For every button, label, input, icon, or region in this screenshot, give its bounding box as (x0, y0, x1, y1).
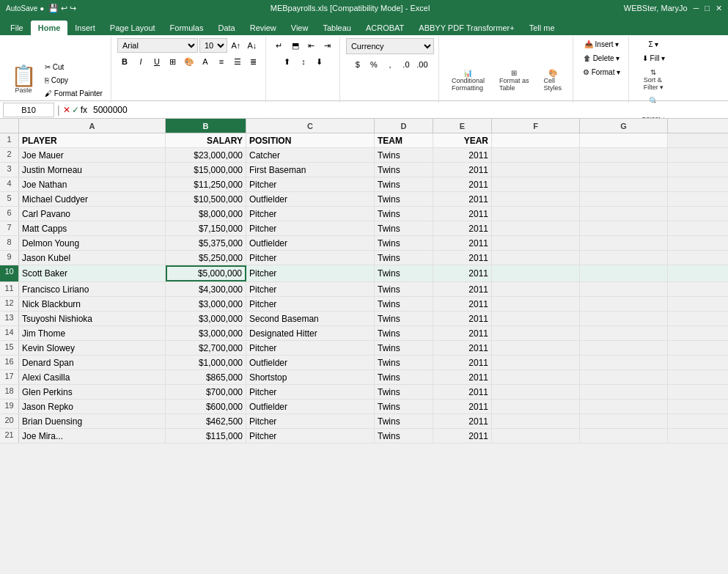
table-cell[interactable] (492, 400, 580, 413)
table-cell[interactable]: PLAYER (19, 133, 166, 147)
table-row[interactable]: 8Delmon Young$5,375,000OutfielderTwins20… (0, 236, 728, 251)
table-row[interactable]: 10Scott Baker$5,000,000PitcherTwins2011 (0, 265, 728, 282)
table-cell[interactable] (492, 133, 580, 147)
table-cell[interactable] (492, 385, 580, 399)
table-cell[interactable]: Nick Blackburn (19, 297, 166, 311)
table-cell[interactable]: Francisco Liriano (19, 282, 166, 296)
table-cell[interactable]: TEAM (375, 133, 433, 147)
table-cell[interactable]: $10,500,000 (166, 192, 246, 206)
table-row[interactable]: 18Glen Perkins$700,000PitcherTwins2011 (0, 385, 728, 400)
table-cell[interactable]: 2011 (433, 326, 492, 340)
table-cell[interactable]: Joe Nathan (19, 177, 166, 191)
table-cell[interactable]: 2011 (433, 429, 492, 443)
percent-btn[interactable]: % (367, 57, 381, 72)
cell-reference-box[interactable] (3, 103, 54, 117)
table-cell[interactable] (580, 192, 668, 206)
table-cell[interactable] (492, 177, 580, 191)
table-cell[interactable] (492, 370, 580, 384)
middle-align-btn[interactable]: ↕ (296, 54, 311, 69)
paste-button[interactable]: 📋 Paste (7, 59, 40, 100)
table-cell[interactable]: 2011 (433, 414, 492, 428)
tab-insert[interactable]: Insert (67, 21, 103, 35)
italic-button[interactable]: I (133, 54, 148, 69)
table-cell[interactable]: $462,500 (166, 414, 246, 428)
font-size-select[interactable]: 10 (199, 38, 227, 53)
table-cell[interactable]: Shortstop (246, 370, 375, 384)
decrease-font-btn[interactable]: A↓ (245, 38, 260, 53)
table-cell[interactable] (580, 221, 668, 235)
col-header-g[interactable]: G (580, 119, 668, 133)
table-cell[interactable]: $865,000 (166, 370, 246, 384)
table-cell[interactable]: Scott Baker (19, 265, 166, 282)
tab-tableau[interactable]: Tableau (315, 21, 359, 35)
table-cell[interactable]: Matt Capps (19, 221, 166, 235)
table-cell[interactable] (580, 133, 668, 147)
table-cell[interactable]: Twins (375, 400, 433, 413)
table-cell[interactable] (580, 297, 668, 311)
table-cell[interactable]: 2011 (433, 312, 492, 325)
table-row[interactable]: 3Justin Morneau$15,000,000First BasemanT… (0, 163, 728, 177)
table-cell[interactable]: $5,375,000 (166, 236, 246, 250)
table-row[interactable]: 13Tsuyoshi Nishioka$3,000,000Second Base… (0, 312, 728, 326)
table-row[interactable]: 5Michael Cuddyer$10,500,000OutfielderTwi… (0, 192, 728, 207)
table-cell[interactable]: Twins (375, 207, 433, 221)
table-cell[interactable] (580, 148, 668, 162)
table-cell[interactable]: $11,250,000 (166, 177, 246, 191)
table-cell[interactable]: Twins (375, 385, 433, 399)
table-cell[interactable] (580, 429, 668, 443)
sort-filter-btn[interactable]: ⇅ Sort &Filter ▾ (637, 66, 671, 93)
table-cell[interactable]: 2011 (433, 163, 492, 177)
table-cell[interactable] (492, 236, 580, 250)
copy-button[interactable]: ⎘ Copy (41, 74, 106, 87)
table-cell[interactable]: $600,000 (166, 400, 246, 413)
table-cell[interactable] (492, 356, 580, 369)
window-restore[interactable]: □ (705, 4, 710, 13)
wrap-text-btn[interactable]: ↵ (272, 38, 287, 53)
table-cell[interactable]: Outfielder (246, 356, 375, 369)
table-cell[interactable] (580, 370, 668, 384)
insert-btn[interactable]: 📥 Insert ▾ (581, 38, 623, 51)
table-cell[interactable] (580, 414, 668, 428)
table-row[interactable]: 12Nick Blackburn$3,000,000PitcherTwins20… (0, 297, 728, 312)
table-row[interactable]: 20Brian Duensing$462,500PitcherTwins2011 (0, 414, 728, 429)
indent-increase-btn[interactable]: ⇥ (320, 38, 335, 53)
table-cell[interactable] (492, 163, 580, 177)
col-header-b[interactable]: B (166, 119, 246, 133)
table-cell[interactable]: First Baseman (246, 163, 375, 177)
window-minimize[interactable]: ─ (694, 4, 699, 13)
table-cell[interactable]: $5,250,000 (166, 251, 246, 265)
fill-btn[interactable]: ⬇ Fill ▾ (639, 52, 669, 65)
table-cell[interactable]: Twins (375, 326, 433, 340)
table-cell[interactable] (580, 282, 668, 296)
table-cell[interactable]: 2011 (433, 148, 492, 162)
table-cell[interactable]: Outfielder (246, 192, 375, 206)
table-cell[interactable]: Alexi Casilla (19, 370, 166, 384)
tab-page-layout[interactable]: Page Layout (103, 21, 163, 35)
underline-button[interactable]: U (150, 54, 164, 69)
table-cell[interactable]: 2011 (433, 370, 492, 384)
table-cell[interactable] (492, 414, 580, 428)
increase-font-btn[interactable]: A↑ (229, 38, 243, 53)
table-cell[interactable]: Joe Mauer (19, 148, 166, 162)
tab-tell-me[interactable]: Tell me (522, 21, 562, 35)
table-cell[interactable] (580, 400, 668, 413)
table-cell[interactable] (580, 312, 668, 325)
table-cell[interactable]: $115,000 (166, 429, 246, 443)
table-cell[interactable] (580, 326, 668, 340)
table-cell[interactable]: Pitcher (246, 282, 375, 296)
table-cell[interactable]: $15,000,000 (166, 163, 246, 177)
table-cell[interactable]: Pitcher (246, 385, 375, 399)
merge-btn[interactable]: ⬒ (288, 38, 303, 53)
table-row[interactable]: 11Francisco Liriano$4,300,000PitcherTwin… (0, 282, 728, 297)
table-cell[interactable]: Joe Mira... (19, 429, 166, 443)
col-header-a[interactable]: A (19, 119, 166, 133)
table-row[interactable]: 19Jason Repko$600,000OutfielderTwins2011 (0, 400, 728, 414)
table-cell[interactable]: Pitcher (246, 265, 375, 282)
table-cell[interactable]: Jason Kubel (19, 251, 166, 265)
table-cell[interactable]: 2011 (433, 297, 492, 311)
font-color-button[interactable]: A (198, 54, 213, 69)
tab-abbyy[interactable]: ABBYY PDF Transformer+ (411, 21, 521, 35)
table-cell[interactable]: 2011 (433, 177, 492, 191)
cell-styles-btn[interactable]: 🎨 CellStyles (537, 67, 568, 94)
currency-btn[interactable]: $ (350, 57, 365, 72)
